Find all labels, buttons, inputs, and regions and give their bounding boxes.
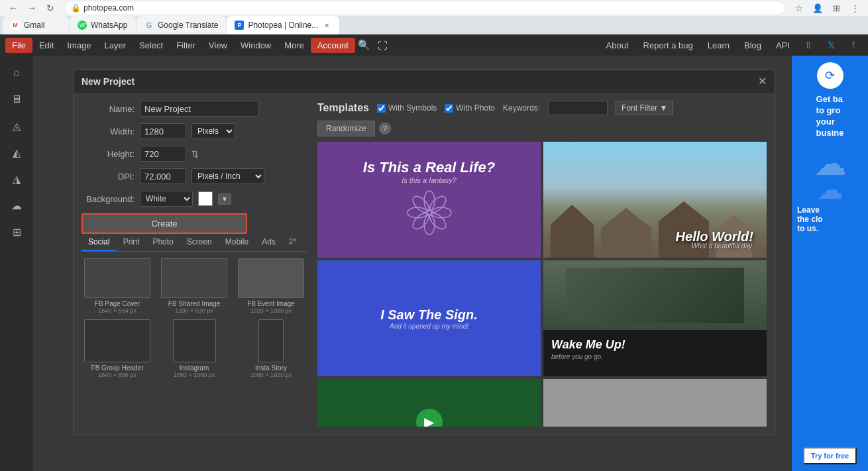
sidebar-monitor-icon[interactable]: 🖥 — [5, 87, 28, 111]
thumb-size-insta-story: 1080 × 1920 px — [250, 372, 292, 378]
sidebar-shape1-icon[interactable]: ◬ — [5, 114, 28, 138]
thumb-insta-story[interactable]: Insta Story 1080 × 1920 px — [235, 319, 307, 378]
refresh-button[interactable]: ↻ — [42, 0, 58, 16]
thumb-fb-group[interactable]: FB Group Header 1640 × 856 px — [81, 319, 153, 378]
extensions-icon[interactable]: ⊞ — [828, 0, 844, 16]
menu-select[interactable]: Select — [133, 38, 170, 53]
sidebar-shape2-icon[interactable]: ◭ — [5, 140, 28, 164]
tab-photopea[interactable]: P Photopea | Online... ✕ — [227, 16, 339, 34]
tab-ads[interactable]: Ads — [255, 234, 282, 251]
ad-try-button[interactable]: Try for free — [803, 447, 857, 464]
gallery-text-1-sub: Is this a fantasy? — [402, 176, 457, 184]
menu-more[interactable]: More — [278, 38, 311, 53]
profile-icon[interactable]: 👤 — [810, 0, 826, 16]
menu-layer[interactable]: Layer — [98, 38, 133, 53]
tab-whatsapp-label: WhatsApp — [91, 21, 127, 30]
with-symbols-checkbox[interactable]: With Symbols — [377, 103, 437, 113]
thumb-label-insta-story: Insta Story — [255, 364, 287, 372]
twitter-icon[interactable]: 𝕏 — [822, 36, 840, 54]
color-arrow-button[interactable]: ▼ — [218, 193, 231, 205]
background-select[interactable]: White Black Transparent — [140, 191, 193, 207]
tab-print[interactable]: Print — [117, 234, 146, 251]
svg-point-1 — [427, 193, 449, 215]
help-icon[interactable]: ? — [379, 123, 391, 134]
thumb-instagram[interactable]: Instagram 1080 × 1080 px — [158, 319, 230, 378]
tab-special[interactable]: 2ᴺ — [282, 234, 303, 251]
gallery-item-2[interactable]: Hello World! What a beautiful day. — [543, 142, 767, 258]
width-input[interactable] — [140, 123, 186, 139]
address-bar[interactable]: 🔒 photopea.com — [64, 1, 786, 15]
menu-view[interactable]: View — [202, 38, 234, 53]
sidebar-home-icon[interactable]: ⌂ — [5, 61, 28, 85]
gallery-item-1[interactable]: Is This a Real Life? Is this a fantasy? — [317, 142, 541, 258]
tab-close-icon[interactable]: ✕ — [322, 21, 331, 30]
thumb-fb-page-cover[interactable]: FB Page Cover 1640 × 564 px — [81, 258, 153, 314]
thumb-img-instagram — [173, 319, 216, 362]
thumb-fb-event[interactable]: FB Event Image 1920 × 1080 px — [235, 258, 307, 314]
gallery-item-4[interactable]: Wake Me Up! before you go go. — [543, 260, 767, 376]
menu-account[interactable]: Account — [311, 38, 355, 53]
create-btn-row: Create — [81, 213, 307, 234]
menu-edit[interactable]: Edit — [32, 38, 60, 53]
forward-button[interactable]: → — [24, 0, 40, 16]
gallery-item-5[interactable]: ▶ — [317, 379, 541, 427]
dpi-unit-select[interactable]: Pixels / Inch Pixels / cm — [191, 168, 264, 184]
width-unit-select[interactable]: Pixels Inches cm — [191, 123, 235, 139]
main-area: ⌂ 🖥 ◬ ◭ ◮ ☁ ⊞ New Project ✕ Name: — [0, 56, 868, 471]
sidebar-shape3-icon[interactable]: ◮ — [5, 167, 28, 191]
menu-filter[interactable]: Filter — [170, 38, 202, 53]
gallery-item-6[interactable] — [543, 379, 767, 427]
sidebar-cloud-icon[interactable]: ☁ — [5, 193, 28, 217]
ad-text: Get bato groyourbusine — [816, 94, 844, 139]
menu-learn[interactable]: Learn — [702, 38, 735, 53]
menu-api[interactable]: API — [771, 38, 795, 53]
thumb-img-fb-page-cover — [84, 258, 150, 298]
templates-title: Templates — [317, 102, 369, 114]
swap-icon[interactable]: ⇅ — [191, 149, 199, 159]
thumb-size-instagram: 1080 × 1080 px — [174, 372, 215, 378]
dialog-header: New Project ✕ — [74, 70, 775, 93]
translate-favicon: G — [144, 21, 154, 30]
menu-image[interactable]: Image — [60, 38, 97, 53]
font-filter-button[interactable]: Font Filter ▼ — [616, 101, 673, 115]
tab-whatsapp[interactable]: W WhatsApp — [70, 16, 136, 34]
svg-marker-9 — [601, 208, 651, 258]
sidebar-grid-icon[interactable]: ⊞ — [5, 220, 28, 244]
color-swatch[interactable] — [198, 191, 213, 206]
svg-point-2 — [431, 207, 451, 218]
tab-mobile[interactable]: Mobile — [219, 234, 255, 251]
menu-report-bug[interactable]: Report a bug — [638, 38, 698, 53]
menu-file[interactable]: File — [5, 38, 32, 53]
search-icon[interactable]: 🔍 — [355, 36, 374, 54]
svg-point-3 — [427, 210, 449, 232]
app-menubar: File Edit Image Layer Select Filter View… — [0, 34, 868, 56]
randomize-button[interactable]: Randomize — [317, 121, 375, 136]
tab-social[interactable]: Social — [81, 234, 117, 251]
keywords-input[interactable] — [548, 101, 608, 115]
gallery-text-1: Is This a Real Life? — [363, 159, 495, 176]
menu-about[interactable]: About — [601, 38, 634, 53]
thumb-fb-shared[interactable]: FB Shared Image 1200 × 630 px — [158, 258, 230, 314]
tab-photo[interactable]: Photo — [146, 234, 180, 251]
gallery-item-3[interactable]: I Saw The Sign. And it opened up my mind… — [317, 260, 541, 376]
menu-icon[interactable]: ⋮ — [847, 0, 863, 16]
tab-screen[interactable]: Screen — [180, 234, 219, 251]
back-button[interactable]: ← — [5, 0, 21, 16]
thumb-size-fb-group: 1640 × 856 px — [98, 372, 136, 378]
menu-window[interactable]: Window — [234, 38, 278, 53]
bookmark-icon[interactable]: ☆ — [791, 0, 807, 16]
with-photo-checkbox[interactable]: With Photo — [445, 103, 495, 113]
name-input[interactable] — [140, 101, 259, 117]
dpi-input[interactable] — [140, 168, 186, 184]
svg-point-4 — [424, 215, 435, 235]
dialog-close-button[interactable]: ✕ — [758, 75, 767, 87]
create-button[interactable]: Create — [81, 213, 247, 234]
height-input[interactable] — [140, 146, 186, 162]
width-label: Width: — [81, 127, 135, 136]
fullscreen-icon[interactable]: ⛶ — [374, 36, 392, 54]
tab-translate[interactable]: G Google Translate — [136, 16, 226, 34]
reddit-icon[interactable]:  — [799, 36, 818, 54]
facebook-icon[interactable]: f — [844, 36, 863, 54]
tab-gmail[interactable]: M Gmail — [3, 16, 69, 34]
menu-blog[interactable]: Blog — [739, 38, 767, 53]
